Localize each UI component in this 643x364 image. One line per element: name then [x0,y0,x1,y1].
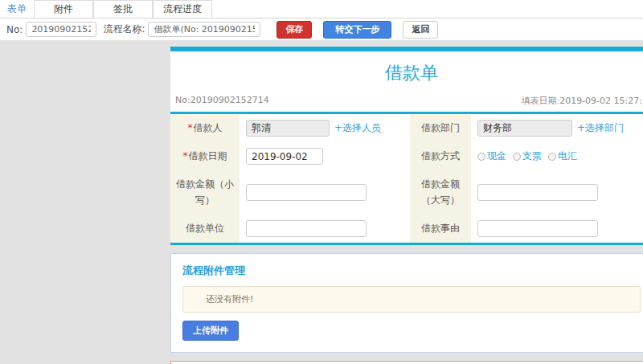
form-grid: *借款人 +选择人员 借款部门 +选择部门 *借款日期 借款方式 现金 [170,114,643,243]
attachments-heading: 流程附件管理 [182,264,641,278]
action-toolbar: No: 流程名称: 保存 转交下一步 返回 [0,18,643,41]
no-label: No: [6,24,23,35]
tab-progress[interactable]: 流程进度 [153,0,212,18]
upload-attachment-button[interactable]: 上传附件 [182,321,239,341]
form-doc-no: No:20190902152714 [175,95,269,107]
loan-date-input[interactable] [246,148,323,165]
tab-bar: 表单 附件 签批 流程进度 [0,0,643,18]
content-area: 借款单 No:20190902152714 填表日期:2019-09-02 15… [0,41,643,364]
borrower-field: +选择人员 [240,114,405,142]
department-input[interactable] [477,120,572,137]
loan-reason-input[interactable] [477,220,598,237]
amount-big-input[interactable] [477,184,598,201]
radio-cash[interactable]: 现金 [477,149,506,163]
borrower-label: *借款人 [170,114,240,142]
borrower-input[interactable] [246,120,330,137]
tab-form[interactable]: 表单 [0,0,34,18]
loan-reason-label: 借款事由 [405,215,471,243]
required-asterisk: * [188,122,193,133]
amount-small-label: 借款金额（小写） [170,170,240,214]
doc-no-input[interactable] [26,22,96,37]
no-attachments-alert: 还没有附件! [182,286,641,313]
loan-date-field [240,142,405,170]
select-person-link[interactable]: +选择人员 [334,121,381,135]
loan-form-card: 借款单 No:20190902152714 填表日期:2019-09-02 15… [170,47,643,245]
forward-next-step-button[interactable]: 转交下一步 [323,21,391,39]
amount-small-input[interactable] [246,184,367,201]
attachments-panel: 流程附件管理 还没有附件! 上传附件 [170,253,643,353]
select-department-link[interactable]: +选择部门 [577,121,624,135]
tab-attachments[interactable]: 附件 [34,0,93,18]
loan-unit-label: 借款单位 [170,215,240,243]
tab-approval[interactable]: 签批 [93,0,153,18]
loan-unit-input[interactable] [246,220,367,237]
amount-big-label: 借款金额（大写） [405,170,471,214]
amount-small-field [240,170,405,214]
flow-name-label: 流程名称: [103,22,145,36]
department-field: +选择部门 [471,114,643,142]
required-asterisk: * [183,150,188,162]
radio-wire[interactable]: 电汇 [548,149,577,163]
loan-reason-field [471,215,643,243]
save-button[interactable]: 保存 [276,21,312,39]
loan-method-field: 现金 支票 电汇 [471,142,643,170]
approval-panel: 流程签批意见 B I abc ⚑ 123 [170,361,643,364]
radio-icon[interactable] [513,153,521,161]
department-label: 借款部门 [405,114,471,142]
loan-date-label: *借款日期 [170,142,240,170]
loan-unit-field [240,215,405,243]
radio-icon[interactable] [477,153,485,161]
radio-icon[interactable] [548,153,556,161]
back-button[interactable]: 返回 [403,21,438,39]
divider-bottom [170,243,643,245]
flow-name-input[interactable] [148,22,260,37]
loan-method-label: 借款方式 [405,142,471,170]
form-title: 借款单 [170,51,643,93]
form-fill-date: 填表日期:2019-09-02 15:27:1 [521,95,643,107]
radio-cheque[interactable]: 支票 [513,149,542,163]
form-meta-row: No:20190902152714 填表日期:2019-09-02 15:27:… [170,93,643,112]
amount-big-field [471,170,643,214]
